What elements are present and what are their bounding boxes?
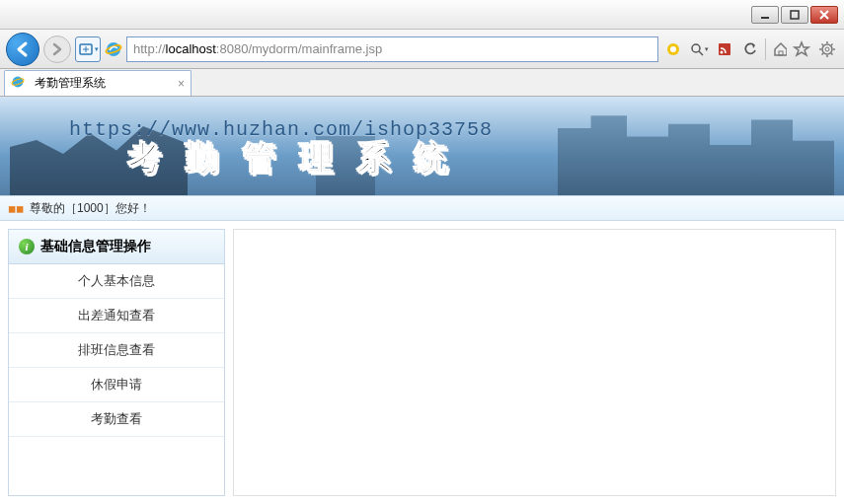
window-titlebar bbox=[0, 0, 844, 30]
svg-line-23 bbox=[831, 53, 833, 55]
tab-strip: 考勤管理系统 × bbox=[0, 69, 844, 97]
sidebar-header: i 基础信息管理操作 bbox=[9, 230, 224, 264]
svg-point-17 bbox=[825, 47, 829, 51]
svg-point-16 bbox=[822, 44, 832, 54]
banner: https://www.huzhan.com/ishop33758 考勤管理系统 bbox=[0, 97, 844, 195]
ie-icon bbox=[11, 75, 29, 93]
svg-point-26 bbox=[13, 76, 24, 87]
sidebar-item-schedule[interactable]: 排班信息查看 bbox=[9, 333, 224, 368]
sidebar-item-leave-request[interactable]: 休假申请 bbox=[9, 368, 224, 402]
forward-button[interactable] bbox=[43, 36, 71, 63]
tools-button[interactable] bbox=[816, 38, 838, 60]
sidebar-item-personal-info[interactable]: 个人基本信息 bbox=[9, 264, 224, 299]
tab-active[interactable]: 考勤管理系统 × bbox=[4, 70, 192, 96]
svg-line-25 bbox=[822, 53, 824, 55]
sidebar: i 基础信息管理操作 个人基本信息 出差通知查看 排班信息查看 休假申请 考勤查… bbox=[8, 229, 225, 496]
url-prefix: http:// bbox=[133, 41, 166, 56]
sidebar-item-trip-notice[interactable]: 出差通知查看 bbox=[9, 299, 224, 333]
greeting-bar: ◼◼ 尊敬的［1000］您好！ bbox=[0, 195, 844, 221]
tab-title: 考勤管理系统 bbox=[35, 75, 106, 92]
banner-title: 考勤管理系统 bbox=[128, 136, 472, 181]
tab-close-icon[interactable]: × bbox=[178, 77, 185, 91]
feeds-icon[interactable] bbox=[714, 38, 735, 60]
svg-point-11 bbox=[692, 44, 700, 52]
ie-icon bbox=[105, 40, 122, 58]
address-bar[interactable]: http://localhost:8080/mydorm/mainframe.j… bbox=[126, 36, 658, 62]
back-button[interactable] bbox=[6, 33, 39, 66]
refresh-button[interactable] bbox=[739, 38, 761, 60]
sidebar-item-attendance[interactable]: 考勤查看 bbox=[9, 402, 224, 437]
svg-line-22 bbox=[822, 43, 824, 45]
security-icon[interactable] bbox=[662, 38, 684, 60]
banner-buildings-right bbox=[558, 111, 834, 195]
svg-point-14 bbox=[721, 50, 724, 53]
page-content: https://www.huzhan.com/ishop33758 考勤管理系统… bbox=[0, 97, 844, 504]
favorites-button[interactable] bbox=[791, 38, 812, 60]
svg-line-24 bbox=[831, 43, 833, 45]
maximize-button[interactable] bbox=[781, 6, 808, 24]
svg-point-7 bbox=[107, 42, 120, 56]
greeting-text: 尊敬的［1000］您好！ bbox=[30, 200, 151, 217]
sidebar-header-label: 基础信息管理操作 bbox=[40, 238, 151, 255]
minimize-button[interactable] bbox=[751, 6, 779, 24]
bullet-icon: ◼◼ bbox=[8, 203, 24, 214]
svg-point-10 bbox=[670, 46, 676, 52]
browser-toolbar: ▾ http://localhost:8080/mydorm/mainframe… bbox=[0, 30, 844, 69]
main-area bbox=[233, 229, 836, 496]
search-icon[interactable]: ▾ bbox=[688, 38, 710, 60]
svg-rect-1 bbox=[791, 11, 799, 19]
url-path: :8080/mydorm/mainframe.jsp bbox=[216, 41, 382, 56]
home-button[interactable] bbox=[765, 38, 787, 60]
content-wrap: i 基础信息管理操作 个人基本信息 出差通知查看 排班信息查看 休假申请 考勤查… bbox=[0, 221, 844, 504]
info-icon: i bbox=[19, 239, 35, 254]
compat-view-button[interactable]: ▾ bbox=[75, 36, 101, 62]
close-button[interactable] bbox=[810, 6, 838, 24]
svg-line-12 bbox=[699, 51, 703, 55]
url-host: localhost bbox=[166, 41, 216, 56]
